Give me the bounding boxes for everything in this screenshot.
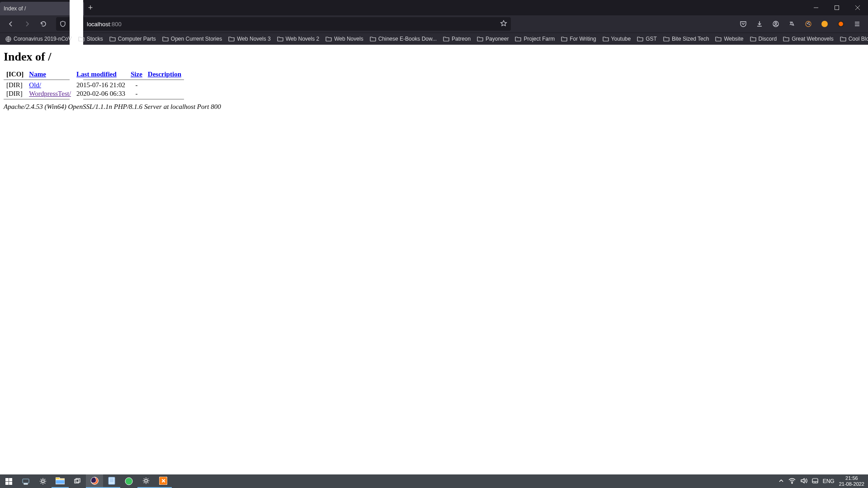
address-bar[interactable]: localhost:800 (56, 17, 511, 31)
server-signature: Apache/2.4.53 (Win64) OpenSSL/1.1.1n PHP… (4, 103, 864, 111)
task-app-1[interactable] (17, 474, 34, 488)
page-content: Index of / [ICO] Name Last modified Size… (0, 45, 868, 480)
window-close-button[interactable] (847, 0, 868, 15)
window-maximize-button[interactable] (826, 0, 847, 15)
bookmark-label: Discord (759, 36, 777, 42)
svg-rect-27 (76, 479, 80, 482)
bookmark-item[interactable]: For Writing (558, 34, 599, 43)
bookmark-star-icon[interactable] (500, 20, 507, 28)
svg-rect-25 (56, 480, 65, 484)
col-description-sort[interactable]: Description (148, 70, 181, 78)
account-icon[interactable] (769, 17, 783, 31)
bookmark-item[interactable]: Payoneer (474, 34, 511, 43)
row-modified: 2015-07-16 21:02 (74, 81, 128, 89)
svg-rect-29 (108, 477, 115, 484)
bookmark-item[interactable]: Chinese E-Books Dow... (367, 34, 439, 43)
table-header-row: [ICO] Name Last modified Size Descriptio… (4, 70, 184, 79)
directory-link[interactable]: WordpressTest/ (29, 90, 71, 97)
bookmark-label: Chinese E-Books Dow... (378, 36, 437, 42)
directory-link[interactable]: Old/ (29, 81, 41, 89)
wifi-icon[interactable] (788, 478, 796, 485)
svg-rect-24 (56, 478, 60, 479)
clock-date: 21-08-2022 (839, 481, 864, 487)
task-firefox[interactable] (86, 474, 103, 488)
svg-text:✕: ✕ (161, 478, 165, 483)
svg-point-33 (125, 478, 132, 485)
new-tab-button[interactable]: + (84, 1, 97, 14)
nav-forward-button[interactable] (20, 17, 34, 31)
bookmark-item[interactable]: Web Novels 2 (274, 34, 322, 43)
bookmark-label: Payoneer (486, 36, 509, 42)
bookmark-label: Web Novels 2 (286, 36, 319, 42)
bookmark-item[interactable]: Stocks (75, 34, 106, 43)
bookmark-item[interactable]: Bite Sized Tech (660, 34, 712, 43)
bookmark-item[interactable]: GST (634, 34, 660, 43)
task-app-green[interactable] (120, 474, 137, 488)
bookmark-label: For Writing (570, 36, 596, 42)
window-minimize-button[interactable] (806, 0, 826, 15)
taskbar-clock[interactable]: 21:56 21-08-2022 (839, 475, 864, 487)
bookmark-label: Project Farm (524, 36, 555, 42)
task-notepad[interactable] (103, 474, 120, 488)
row-size: - (128, 89, 145, 98)
bookmark-item[interactable]: Web Novels 3 (226, 34, 273, 43)
bookmark-item[interactable]: Discord (747, 34, 780, 43)
task-settings-2[interactable] (137, 474, 155, 488)
bookmark-item[interactable]: Youtube (600, 34, 634, 43)
touchpad-icon[interactable] (812, 478, 818, 485)
svg-rect-17 (9, 478, 12, 481)
bookmark-label: Web Novels (334, 36, 363, 42)
bookmark-item[interactable]: Great Webnovels (780, 34, 836, 43)
bookmark-item[interactable]: Patreon (440, 34, 473, 43)
col-size-sort[interactable]: Size (131, 70, 142, 78)
pocket-icon[interactable] (736, 17, 750, 31)
bookmark-item[interactable]: Coronavirus 2019-nCoV (3, 34, 75, 43)
volume-icon[interactable] (800, 478, 807, 485)
bookmark-item[interactable]: Web Novels (323, 34, 366, 43)
svg-rect-19 (9, 482, 12, 485)
start-button[interactable] (0, 474, 17, 488)
bookmark-label: Computer Parts (118, 36, 156, 42)
row-ico: [DIR] (4, 89, 26, 98)
bookmark-label: Bite Sized Tech (672, 36, 709, 42)
col-name-sort[interactable]: Name (29, 70, 46, 78)
browser-toolbar: localhost:800 (0, 15, 868, 33)
bookmark-item[interactable]: Computer Parts (107, 34, 159, 43)
task-settings-1[interactable] (34, 474, 52, 488)
language-indicator[interactable]: ENG (823, 478, 835, 484)
tray-overflow-icon[interactable] (778, 478, 784, 484)
svg-point-8 (806, 21, 811, 27)
bookmark-item[interactable]: Cool Blogs (837, 34, 868, 43)
bookmark-label: Open Current Stories (171, 36, 222, 42)
svg-rect-16 (5, 478, 9, 481)
task-file-explorer[interactable] (52, 474, 69, 488)
extension-icon-a[interactable] (817, 17, 832, 31)
extension-cookie-icon[interactable] (801, 17, 816, 31)
svg-point-11 (808, 22, 809, 23)
extension-translate-icon[interactable] (785, 17, 799, 31)
svg-point-10 (809, 24, 810, 25)
bookmark-label: Youtube (611, 36, 631, 42)
col-modified-sort[interactable]: Last modified (76, 70, 117, 78)
extension-noscript-icon[interactable] (834, 17, 848, 31)
page-heading: Index of / (4, 50, 864, 64)
bookmark-item[interactable]: Open Current Stories (160, 34, 225, 43)
clock-time: 21:56 (839, 475, 864, 481)
nav-back-button[interactable] (4, 17, 18, 31)
tab-title: Index of / (4, 5, 75, 12)
svg-rect-18 (5, 482, 9, 485)
app-menu-button[interactable] (850, 17, 864, 31)
nav-reload-button[interactable] (36, 17, 51, 31)
task-virtual-desktops[interactable] (69, 474, 86, 488)
table-row: [DIR]Old/2015-07-16 21:02- (4, 81, 184, 89)
task-xampp[interactable]: ✕ (155, 474, 172, 488)
svg-rect-26 (75, 479, 79, 483)
bookmark-item[interactable]: Website (712, 34, 746, 43)
shield-icon[interactable] (60, 21, 66, 27)
row-ico: [DIR] (4, 81, 26, 89)
svg-point-37 (792, 483, 793, 483)
col-ico: [ICO] (4, 70, 26, 79)
bookmark-item[interactable]: Project Farm (512, 34, 557, 43)
table-row: [DIR]WordpressTest/2020-02-06 06:33- (4, 89, 184, 98)
downloads-icon[interactable] (752, 17, 767, 31)
